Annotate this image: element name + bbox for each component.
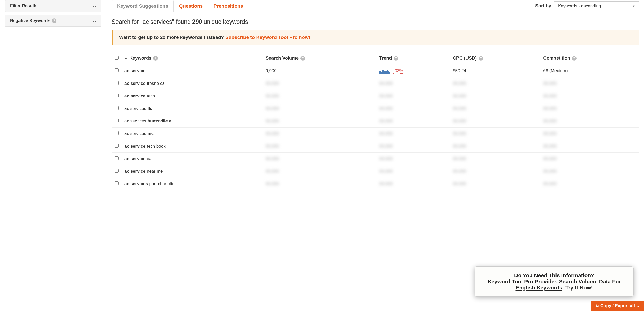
caret-down-icon: ▼ [632, 5, 635, 8]
blurred-cell: 00,000 [541, 102, 639, 115]
blurred-cell: 00,000 [541, 178, 639, 190]
keyword-cell: ac services huntsville al [122, 115, 263, 128]
blurred-cell: 00,000 [263, 90, 377, 102]
help-icon[interactable]: ? [479, 56, 483, 61]
table-row: ac service car00,00000,00000,00000,000 [112, 153, 639, 165]
row-checkbox[interactable] [115, 106, 119, 110]
blurred-cell: 00,000 [377, 90, 450, 102]
blurred-cell: 00,000 [450, 165, 541, 178]
sort-selected-value: Keywords - ascending [558, 4, 601, 9]
help-icon[interactable]: ? [153, 56, 158, 61]
blurred-cell: 00,000 [450, 153, 541, 165]
col-search-volume[interactable]: Search Volume ? [263, 52, 377, 65]
table-row: ac service tech book00,00000,00000,00000… [112, 140, 639, 153]
cpc-cell: $50.24 [450, 65, 541, 77]
help-icon[interactable]: ? [52, 18, 56, 23]
blurred-cell: 00,000 [377, 77, 450, 90]
row-checkbox[interactable] [115, 169, 119, 173]
row-checkbox[interactable] [115, 81, 119, 85]
blurred-cell: 00,000 [541, 128, 639, 140]
help-icon[interactable]: ? [572, 56, 577, 61]
row-checkbox[interactable] [115, 181, 119, 185]
blurred-cell: 00,000 [450, 77, 541, 90]
sort-by-label: Sort by [535, 3, 551, 9]
blurred-cell: 00,000 [450, 115, 541, 128]
keyword-cell: ac services port charlotte [122, 178, 263, 190]
tabs-row: Keyword Suggestions Questions Prepositio… [112, 0, 639, 12]
blurred-cell: 00,000 [377, 128, 450, 140]
keyword-cell: ac service fresno ca [122, 77, 263, 90]
blurred-cell: 00,000 [541, 115, 639, 128]
tab-keyword-suggestions[interactable]: Keyword Suggestions [112, 0, 174, 12]
blurred-cell: 00,000 [377, 178, 450, 190]
chevron-up-icon: ︿ [93, 18, 96, 23]
row-checkbox[interactable] [115, 144, 119, 148]
row-checkbox[interactable] [115, 68, 119, 72]
row-checkbox[interactable] [115, 156, 119, 160]
blurred-cell: 00,000 [450, 90, 541, 102]
tab-prepositions[interactable]: Prepositions [208, 0, 248, 12]
blurred-cell: 00,000 [377, 115, 450, 128]
table-row: ac service near me00,00000,00000,00000,0… [112, 165, 639, 178]
blurred-cell: 00,000 [450, 128, 541, 140]
subscribe-link[interactable]: Subscribe to Keyword Tool Pro now! [225, 35, 310, 40]
blurred-cell: 00,000 [263, 77, 377, 90]
blurred-cell: 00,000 [263, 178, 377, 190]
table-row: ac service tech00,00000,00000,00000,000 [112, 90, 639, 102]
blurred-cell: 00,000 [450, 140, 541, 153]
keyword-cell: ac services llc [122, 102, 263, 115]
promo-banner: Want to get up to 2x more keywords inste… [112, 30, 639, 45]
sort-select[interactable]: Keywords - ascending ▼ [554, 1, 639, 11]
table-row: ac service fresno ca00,00000,00000,00000… [112, 77, 639, 90]
row-checkbox[interactable] [115, 119, 119, 122]
keyword-cell: ac service near me [122, 165, 263, 178]
blurred-cell: 00,000 [541, 165, 639, 178]
negative-keywords-title: Negative Keywords ? [10, 18, 56, 23]
blurred-cell: 00,000 [450, 102, 541, 115]
help-icon[interactable]: ? [300, 56, 305, 61]
row-checkbox[interactable] [115, 131, 119, 135]
table-row: ac service9,900-33%$50.2468 (Medium) [112, 65, 639, 77]
col-cpc[interactable]: CPC (USD) ? [450, 52, 541, 65]
blurred-cell: 00,000 [377, 153, 450, 165]
blurred-cell: 00,000 [377, 140, 450, 153]
volume-cell: 9,900 [263, 65, 377, 77]
keyword-cell: ac service tech [122, 90, 263, 102]
table-row: ac services llc00,00000,00000,00000,000 [112, 102, 639, 115]
blurred-cell: 00,000 [377, 165, 450, 178]
keyword-cell: ac services inc [122, 128, 263, 140]
col-competition[interactable]: Competition ? [541, 52, 639, 65]
keyword-cell: ac service car [122, 153, 263, 165]
blurred-cell: 00,000 [263, 115, 377, 128]
select-all-checkbox[interactable] [115, 56, 119, 60]
chevron-up-icon: ︿ [93, 4, 96, 8]
blurred-cell: 00,000 [263, 128, 377, 140]
blurred-cell: 00,000 [263, 153, 377, 165]
keyword-cell: ac service [122, 65, 263, 77]
blurred-cell: 00,000 [541, 140, 639, 153]
trend-value: -33% [393, 69, 403, 74]
blurred-cell: 00,000 [263, 165, 377, 178]
negative-keywords-panel[interactable]: Negative Keywords ? ︿ [5, 15, 101, 27]
row-checkbox[interactable] [115, 94, 119, 97]
col-trend[interactable]: Trend ? [377, 52, 450, 65]
blurred-cell: 00,000 [263, 140, 377, 153]
table-row: ac services inc00,00000,00000,00000,000 [112, 128, 639, 140]
col-keywords[interactable]: ▼Keywords ? [122, 52, 263, 65]
blurred-cell: 00,000 [450, 178, 541, 190]
trend-cell: -33% [377, 65, 450, 77]
table-row: ac services port charlotte00,00000,00000… [112, 178, 639, 190]
competition-cell: 68 (Medium) [541, 65, 639, 77]
trend-bars-icon [379, 69, 391, 74]
blurred-cell: 00,000 [541, 153, 639, 165]
blurred-cell: 00,000 [541, 90, 639, 102]
tab-questions[interactable]: Questions [174, 0, 208, 12]
filter-results-title: Filter Results [10, 3, 38, 8]
help-icon[interactable]: ? [394, 56, 398, 61]
table-row: ac services huntsville al00,00000,00000,… [112, 115, 639, 128]
blurred-cell: 00,000 [377, 102, 450, 115]
search-summary: Search for "ac services" found 290 uniqu… [112, 12, 639, 30]
blurred-cell: 00,000 [541, 77, 639, 90]
blurred-cell: 00,000 [263, 102, 377, 115]
filter-results-panel[interactable]: Filter Results ︿ [5, 0, 101, 12]
